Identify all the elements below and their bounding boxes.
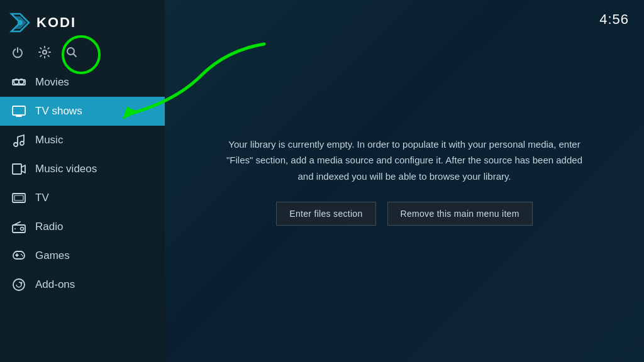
svg-point-15 (21, 228, 24, 231)
svg-point-19 (13, 279, 25, 290)
tvshows-icon (11, 104, 26, 119)
library-empty-message: Your library is currently empty. In orde… (200, 136, 609, 185)
sidebar-item-addons[interactable]: Add-ons (0, 270, 165, 299)
svg-rect-13 (14, 195, 23, 200)
sidebar-item-movies[interactable]: Movies (0, 68, 165, 97)
power-button[interactable] (11, 46, 24, 58)
music-label: Music (35, 134, 63, 146)
sidebar-header: KODI (0, 0, 165, 43)
action-buttons: Enter files section Remove this main men… (276, 202, 532, 226)
sidebar-item-music[interactable]: Music (0, 126, 165, 155)
main-navigation: Movies TV shows Music (0, 68, 165, 362)
sidebar-item-tv[interactable]: TV (0, 184, 165, 212)
sidebar-item-radio[interactable]: Radio (0, 212, 165, 241)
search-button[interactable] (65, 46, 78, 58)
enter-files-button[interactable]: Enter files section (276, 202, 375, 226)
remove-menu-item-button[interactable]: Remove this main menu item (387, 202, 533, 226)
radio-label: Radio (35, 221, 63, 233)
sidebar-item-games[interactable]: Games (0, 241, 165, 270)
svg-point-20 (21, 282, 23, 284)
clock-display: 4:56 (599, 11, 629, 28)
sidebar: KODI (0, 0, 165, 362)
sidebar-item-musicvideos[interactable]: Music videos (0, 155, 165, 184)
movies-icon (11, 75, 26, 90)
radio-icon (11, 219, 26, 234)
settings-button[interactable] (38, 45, 52, 59)
tv-icon (11, 190, 26, 206)
kodi-logo-icon (9, 11, 31, 34)
svg-point-10 (20, 141, 24, 145)
svg-rect-8 (13, 106, 25, 115)
movies-label: Movies (35, 76, 69, 89)
musicvideos-label: Music videos (35, 163, 97, 175)
sidebar-item-tvshows[interactable]: TV shows (0, 97, 165, 126)
addons-label: Add-ons (35, 278, 75, 291)
app-title: KODI (36, 14, 76, 31)
addons-icon (11, 277, 26, 292)
games-icon (11, 248, 26, 263)
svg-point-18 (22, 255, 23, 256)
svg-point-16 (14, 228, 16, 229)
main-content: 4:56 Your library is currently empty. In… (165, 0, 644, 362)
top-icons-bar (0, 43, 165, 68)
tvshows-label: TV shows (35, 105, 82, 118)
games-label: Games (35, 250, 70, 262)
svg-point-17 (21, 254, 22, 255)
svg-rect-11 (13, 164, 21, 174)
tv-label: TV (35, 192, 49, 204)
svg-point-3 (43, 50, 47, 54)
music-icon (11, 133, 26, 148)
musicvideos-icon (11, 162, 26, 177)
svg-point-2 (18, 20, 23, 25)
